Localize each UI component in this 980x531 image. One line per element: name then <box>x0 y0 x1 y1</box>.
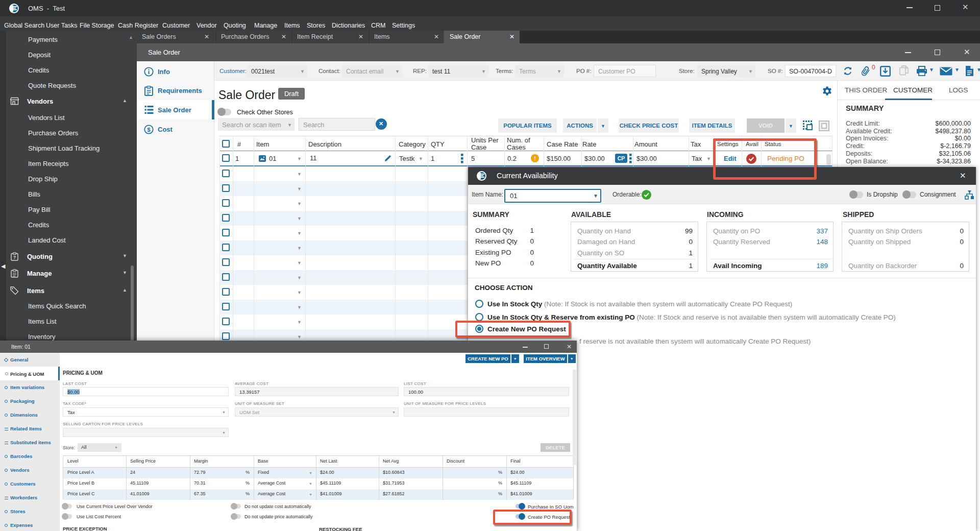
svg-text:$: $ <box>147 127 151 133</box>
svg-text:?: ? <box>13 255 16 260</box>
